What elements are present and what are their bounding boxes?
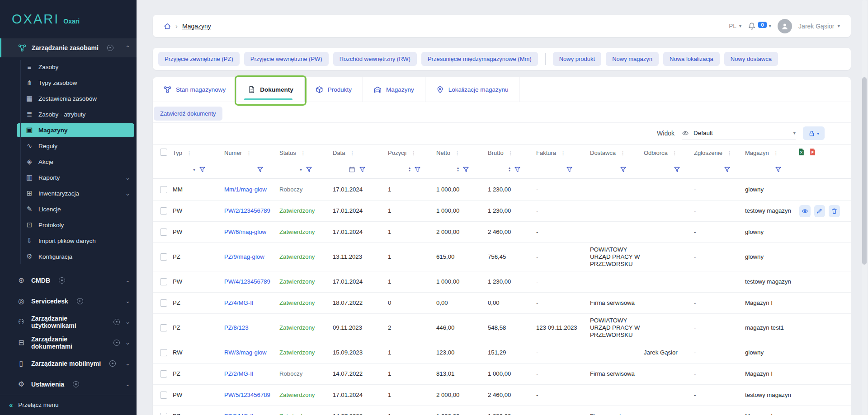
select-all-checkbox[interactable] (160, 149, 167, 156)
dostawca-filter-icon[interactable] (620, 166, 627, 173)
document-link[interactable]: PW/5/123456789 (224, 392, 270, 399)
typ-filter-icon[interactable] (199, 166, 206, 173)
sidebar-section[interactable]: ◎ Servicedesk ⌄ (0, 291, 137, 312)
sidebar-item[interactable]: ⊡ Protokoły ⌄ (0, 217, 137, 233)
sidebar-item[interactable]: ≣ Zasoby - atrybuty ⌄ (0, 107, 137, 122)
sidebar-section[interactable]: ⊟ Zarządzanie dokumentami ⌄ (0, 332, 137, 353)
document-link[interactable]: PZ/3/MG-II (224, 413, 253, 415)
table-row[interactable]: PZ PZ/4/MG-II Zatwierdzony 18.07.2022 0 … (153, 292, 851, 313)
row-checkbox[interactable] (160, 392, 167, 399)
create-action-button[interactable]: Nowy produkt (553, 52, 601, 66)
user-menu[interactable]: Jarek Gąsior ▾ (798, 23, 840, 30)
document-link[interactable]: RW/3/mag-glow (224, 349, 267, 356)
export-excel-icon[interactable]: X (797, 148, 805, 158)
tab-stan-magazynowy[interactable]: Stan magazynowy (153, 77, 237, 102)
column-header[interactable]: Netto ⋮ (436, 149, 488, 156)
row-checkbox[interactable] (160, 186, 167, 193)
column-header[interactable]: Typ ⋮ (173, 149, 224, 156)
numer-filter-input[interactable] (224, 164, 253, 175)
faktura-filter-icon[interactable] (566, 166, 573, 173)
odbiorca-filter-icon[interactable] (674, 166, 680, 173)
row-checkbox[interactable] (160, 413, 167, 415)
column-header[interactable]: Odbiorca ⋮ (644, 149, 694, 156)
document-link[interactable]: PW/2/123456789 (224, 207, 270, 214)
sidebar-item[interactable]: ≡ Zasoby ⌄ (0, 59, 137, 75)
netto-filter-icon[interactable] (462, 166, 469, 173)
document-link[interactable]: PZ/9/mag-glow (224, 253, 264, 261)
sidebar-item[interactable]: ▥ Raporty ⌄ (0, 170, 137, 186)
document-link[interactable]: PZ/4/MG-II (224, 299, 253, 307)
view-row-button[interactable] (799, 205, 811, 217)
column-header[interactable]: Pozycji ⋮ (388, 149, 436, 156)
brutto-filter-icon[interactable] (514, 166, 521, 173)
scrollbar-thumb[interactable] (862, 77, 867, 265)
document-action-button[interactable]: Przesunięcie międzymagazynowe (Mm) (421, 52, 538, 66)
table-row[interactable]: MM Mm/1/mag-glow Roboczy 17.01.2024 1 1 … (153, 179, 851, 200)
column-menu-icon[interactable]: ⋮ (454, 149, 460, 156)
table-row[interactable]: PW PW/4/123456789 Zatwierdzony 17.01.202… (153, 271, 851, 292)
sidebar-item[interactable]: ◈ Akcje ⌄ (0, 154, 137, 170)
sidebar-item[interactable]: ∿ Reguły ⌄ (0, 138, 137, 154)
column-header[interactable]: Magazyn ⋮ (745, 149, 799, 156)
column-header[interactable]: Zgłoszenie ⋮ (694, 149, 745, 156)
column-menu-icon[interactable]: ⋮ (186, 149, 192, 156)
column-header[interactable]: Status ⋮ (279, 149, 333, 156)
row-checkbox[interactable] (160, 349, 167, 356)
document-link[interactable]: PZ/2/MG-II (224, 370, 253, 378)
row-checkbox[interactable] (160, 324, 167, 331)
document-link[interactable]: Mm/1/mag-glow (224, 186, 267, 193)
sidebar-section[interactable]: ▯ Zarządzanie mobilnymi ⌄ (0, 353, 137, 374)
export-pdf-icon[interactable]: P (809, 148, 816, 158)
numer-filter-icon[interactable] (257, 166, 264, 173)
sidebar-section-zarzadzanie-zasobami[interactable]: Zarządzanie zasobami ⌄ (0, 38, 137, 57)
document-action-button[interactable]: Przyjęcie wewnętrzne (PW) (244, 52, 329, 66)
column-header[interactable]: Dostawca ⋮ (590, 149, 644, 156)
tab-lokalizacje-magazynu[interactable]: Lokalizacje magazynu (425, 77, 520, 102)
sidebar-section[interactable]: ⚇ Zarządzanie użytkownikami ⌄ (0, 312, 137, 332)
tab-produkty[interactable]: Produkty (305, 77, 363, 102)
table-row[interactable]: PZ PZ/2/MG-II Roboczy 14.07.2022 1 813,0… (153, 363, 851, 384)
magazyn-filter-icon[interactable] (775, 166, 782, 173)
delete-row-button[interactable] (829, 205, 840, 217)
data-filter-icon[interactable] (359, 166, 366, 173)
sidebar-section[interactable]: ⚙ Ustawienia ⌄ (0, 374, 137, 395)
language-selector[interactable]: PL ▾ (729, 23, 741, 29)
table-row[interactable]: PZ PZ/9/mag-glow Zatwierdzony 13.11.2023… (153, 242, 851, 271)
document-link[interactable]: PW/6/mag-glow (224, 228, 266, 236)
sidebar-item[interactable]: ⊞ Inwentaryzacja ⌄ (0, 186, 137, 201)
sidebar-item[interactable]: ✎ Licencje ⌄ (0, 201, 137, 217)
row-checkbox[interactable] (160, 228, 167, 236)
scrollbar[interactable] (862, 0, 867, 415)
sidebar-item[interactable]: ⚙ Konfiguracja ⌄ (0, 249, 137, 265)
table-row[interactable]: PW PW/5/123456789 Zatwierdzony 17.01.202… (153, 384, 851, 406)
sidebar-item[interactable]: ▣ Magazyny ⌄ (17, 123, 134, 137)
tab-magazyny[interactable]: Magazyny (363, 77, 425, 102)
table-row[interactable]: PZ PZ/3/MG-II Zatwierdzony 14.07.2022 1 … (153, 406, 851, 415)
column-menu-icon[interactable]: ⋮ (773, 149, 779, 156)
faktura-filter-input[interactable] (536, 164, 562, 175)
column-menu-icon[interactable]: ⋮ (246, 149, 252, 156)
sidebar-section[interactable]: ⊛ CMDB ⌄ (0, 270, 137, 291)
table-row[interactable]: PW PW/2/123456789 Zatwierdzony 17.01.202… (153, 200, 851, 221)
view-selector[interactable]: Default ▾ (682, 126, 796, 140)
create-action-button[interactable]: Nowy dostawca (724, 52, 778, 66)
brutto-filter-input[interactable]: ▴▾ (488, 164, 510, 175)
sidebar-item[interactable]: ▦ Zestawienia zasobów ⌄ (0, 91, 137, 107)
row-checkbox[interactable] (160, 278, 167, 285)
column-menu-icon[interactable]: ⋮ (672, 149, 678, 156)
breadcrumb-current[interactable]: Magazyny (182, 23, 211, 30)
column-header[interactable]: Faktura ⋮ (536, 149, 590, 156)
avatar[interactable] (778, 19, 792, 33)
menu-toggle[interactable]: « Przełącz menu (0, 395, 137, 415)
row-checkbox[interactable] (160, 299, 167, 307)
row-checkbox[interactable] (160, 253, 167, 261)
home-icon[interactable] (164, 23, 171, 30)
approve-documents-button[interactable]: Zatwierdź dokumenty (154, 107, 222, 121)
column-menu-icon[interactable]: ⋮ (300, 149, 306, 156)
create-action-button[interactable]: Nowy magazyn (606, 52, 659, 66)
magazyn-filter-input[interactable] (745, 164, 771, 175)
status-filter-select[interactable]: ▾ (279, 164, 302, 175)
table-row[interactable]: PZ PZ/8/123 Zatwierdzony 09.11.2023 2 44… (153, 313, 851, 342)
pozycji-filter-icon[interactable] (414, 166, 421, 173)
column-menu-icon[interactable]: ⋮ (410, 149, 416, 156)
